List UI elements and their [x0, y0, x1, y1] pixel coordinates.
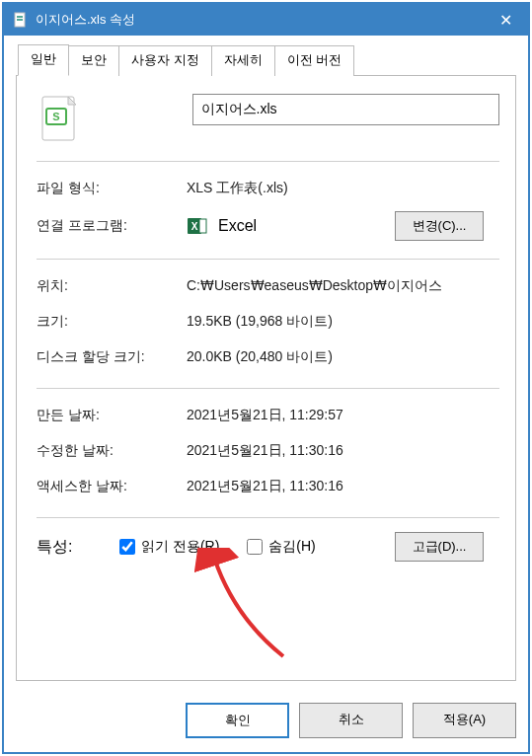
disk-size-value: 20.0KB (20,480 바이트) [187, 348, 333, 366]
tab-custom[interactable]: 사용자 지정 [118, 45, 212, 76]
size-label: 크기: [37, 313, 187, 331]
separator [37, 161, 499, 162]
svg-rect-2 [17, 19, 23, 21]
attributes-label: 특성: [37, 537, 115, 558]
file-type-label: 파일 형식: [37, 180, 187, 197]
readonly-checkbox-wrap[interactable]: 읽기 전용(R) [115, 536, 219, 558]
row-disk-size: 디스크 할당 크기: 20.0KB (20,480 바이트) [37, 348, 499, 366]
tab-details[interactable]: 자세히 [211, 45, 275, 76]
created-label: 만든 날짜: [37, 407, 187, 424]
open-with-label: 연결 프로그램: [37, 217, 187, 235]
file-header-row: S [37, 94, 499, 145]
row-created: 만든 날짜: 2021년5월21日, 11:29:57 [37, 407, 499, 424]
row-attributes: 특성: 읽기 전용(R) 숨김(H) 고급(D)... [37, 536, 499, 558]
apply-button[interactable]: 적용(A) [413, 703, 516, 738]
tab-security[interactable]: 보안 [68, 45, 119, 76]
separator [37, 259, 499, 260]
disk-size-label: 디스크 할당 크기: [37, 348, 187, 366]
open-with-app-name: Excel [218, 217, 257, 235]
separator [37, 517, 499, 518]
row-size: 크기: 19.5KB (19,968 바이트) [37, 313, 499, 331]
tab-body: S 파일 형식: XLS 工作表(.xls) 연결 프로그램: X Excel [16, 75, 516, 681]
hidden-checkbox-wrap[interactable]: 숨김(H) [243, 536, 315, 558]
modified-label: 수정한 날짜: [37, 442, 187, 460]
xls-file-icon: S [37, 94, 82, 145]
created-value: 2021년5월21日, 11:29:57 [187, 407, 343, 424]
change-button[interactable]: 변경(C)... [395, 211, 484, 241]
ok-button[interactable]: 확인 [186, 703, 289, 738]
svg-rect-8 [199, 219, 206, 233]
tab-previous-versions[interactable]: 이전 버전 [274, 45, 355, 76]
row-open-with: 연결 프로그램: X Excel 변경(C)... [37, 215, 499, 237]
separator [37, 388, 499, 389]
tab-strip: 일반 보안 사용자 지정 자세히 이전 버전 [16, 45, 516, 76]
dialog-footer: 확인 취소 적용(A) [4, 693, 528, 752]
location-value: C:₩Users₩easeus₩Desktop₩이지어스 [187, 277, 442, 295]
hidden-checkbox[interactable] [247, 539, 263, 555]
row-location: 위치: C:₩Users₩easeus₩Desktop₩이지어스 [37, 277, 499, 295]
row-accessed: 액세스한 날짜: 2021년5월21日, 11:30:16 [37, 478, 499, 495]
location-label: 위치: [37, 277, 187, 295]
advanced-button[interactable]: 고급(D)... [395, 532, 484, 562]
readonly-label: 읽기 전용(R) [141, 538, 219, 556]
window-title: 이지어스.xls 속성 [36, 11, 483, 29]
annotation-arrow [194, 548, 313, 666]
row-modified: 수정한 날짜: 2021년5월21日, 11:30:16 [37, 442, 499, 460]
modified-value: 2021년5월21日, 11:30:16 [187, 442, 343, 460]
filename-input[interactable] [192, 94, 499, 125]
tab-general[interactable]: 일반 [18, 44, 69, 76]
open-with-value-wrap: X Excel [187, 215, 257, 237]
size-value: 19.5KB (19,968 바이트) [187, 313, 333, 331]
titlebar: 이지어스.xls 속성 ✕ [4, 4, 528, 36]
accessed-label: 액세스한 날짜: [37, 478, 187, 495]
accessed-value: 2021년5월21日, 11:30:16 [187, 478, 343, 495]
close-button[interactable]: ✕ [483, 4, 528, 36]
row-file-type: 파일 형식: XLS 工作表(.xls) [37, 180, 499, 197]
file-type-value: XLS 工作表(.xls) [187, 180, 288, 197]
cancel-button[interactable]: 취소 [299, 703, 403, 738]
properties-dialog: 이지어스.xls 속성 ✕ 일반 보안 사용자 지정 자세히 이전 버전 S [2, 2, 530, 754]
excel-icon: X [187, 215, 208, 237]
svg-rect-1 [17, 16, 23, 18]
hidden-label: 숨김(H) [268, 538, 315, 556]
svg-text:X: X [191, 221, 198, 232]
readonly-checkbox[interactable] [119, 539, 135, 555]
content-area: 일반 보안 사용자 지정 자세히 이전 버전 S 파 [4, 36, 528, 693]
svg-text:S: S [52, 111, 59, 122]
file-icon-small [12, 11, 30, 29]
